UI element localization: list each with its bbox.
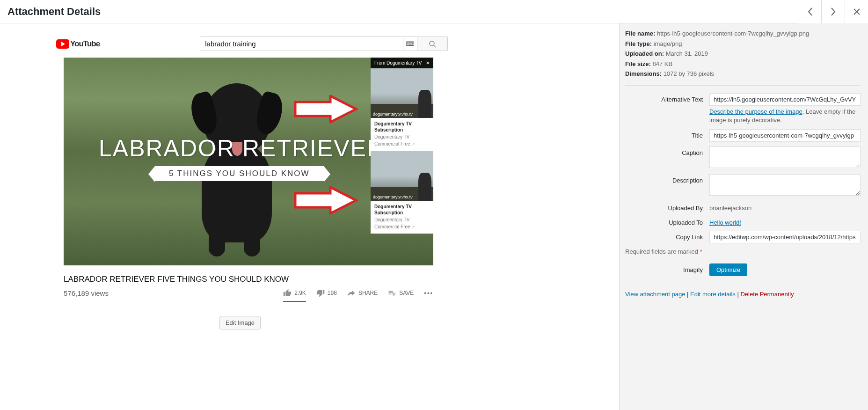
meta-filename: https-lh5-googleusercontent-com-7wcgqlhy… — [657, 30, 809, 37]
view-attachment-link[interactable]: View attachment page — [625, 291, 685, 298]
cards-from: From Dogumentary TV — [374, 60, 422, 66]
prev-button[interactable] — [798, 0, 821, 23]
copy-link-label: Copy Link — [625, 231, 709, 241]
edit-image-button[interactable]: Edit Image — [219, 316, 261, 329]
imagify-label: Imagify — [625, 264, 709, 273]
caption-label: Caption — [625, 146, 709, 156]
uploaded-to-label: Uploaded To — [625, 216, 709, 226]
youtube-logo: YouTube — [56, 39, 100, 49]
edit-details-link[interactable]: Edit more details — [690, 291, 736, 298]
uploaded-by-value: brianleejackson — [709, 202, 861, 212]
video-title: LABRADOR RETRIEVER FIVE THINGS YOU SHOUL… — [64, 275, 433, 284]
view-count: 576,189 views — [64, 289, 109, 297]
arrow-icon — [293, 186, 358, 214]
title-input[interactable] — [709, 129, 861, 142]
attachment-preview: YouTube ⌨ — [0, 23, 619, 410]
meta-uploaded-on: March 31, 2019 — [666, 50, 708, 57]
optimize-button[interactable]: Optimize — [709, 264, 747, 276]
thumbnail-ribbon: 5 THINGS YOU SHOULD KNOW — [155, 166, 324, 181]
delete-link[interactable]: Delete Permanently — [740, 291, 794, 298]
chevron-right-icon — [831, 7, 836, 16]
uploaded-to-link[interactable]: Hello world! — [709, 219, 741, 226]
external-icon: ↗ — [411, 142, 415, 147]
details-sidebar: ➤ File name: https-lh5-googleusercontent… — [619, 23, 868, 410]
meta-filesize: 847 KB — [653, 60, 673, 67]
yt-search-input — [200, 37, 403, 51]
action-links: View attachment page | Edit more details… — [625, 291, 861, 298]
meta-dimensions: 1072 by 736 pixels — [664, 70, 714, 77]
meta-filetype: image/png — [654, 40, 682, 47]
keyboard-icon: ⌨ — [403, 37, 417, 51]
modal-title: Attachment Details — [7, 6, 101, 18]
thumbnail-title: LABRADOR RETRIEVER — [99, 135, 385, 162]
external-icon: ↗ — [411, 225, 415, 230]
save-button-yt: SAVE — [388, 289, 414, 297]
copy-link-input[interactable] — [709, 231, 861, 243]
description-label: Description — [625, 174, 709, 184]
caption-input[interactable] — [709, 146, 861, 168]
description-input[interactable] — [709, 174, 861, 196]
chevron-left-icon — [807, 7, 813, 16]
video-thumbnail: LABRADOR RETRIEVER 5 THINGS YOU SHOULD K… — [64, 58, 433, 265]
share-button: SHARE — [347, 289, 378, 297]
share-icon — [347, 289, 356, 297]
dislike-button: 198 — [316, 289, 337, 297]
required-note: Required fields are marked * — [625, 248, 861, 255]
header-nav — [798, 0, 868, 23]
search-icon — [429, 40, 436, 48]
end-cards: From Dogumentary TV ✕ dogumentarytv.vhx.… — [371, 58, 433, 234]
more-icon: ••• — [424, 290, 433, 297]
playlist-add-icon — [388, 289, 396, 297]
modal-header: Attachment Details — [0, 0, 868, 23]
alt-text-label: Alternative Text — [625, 93, 709, 103]
alt-text-input[interactable] — [709, 93, 861, 106]
thumb-down-icon — [316, 289, 325, 297]
close-button[interactable] — [845, 0, 868, 23]
thumb-up-icon — [283, 289, 292, 297]
like-button: 2.9K — [283, 289, 306, 302]
cursor-icon: ➤ — [619, 95, 620, 102]
uploaded-by-label: Uploaded By — [625, 202, 709, 212]
next-button[interactable] — [821, 0, 845, 23]
close-icon — [853, 8, 861, 15]
title-label: Title — [625, 129, 709, 139]
arrow-icon — [293, 95, 358, 123]
alt-help-link[interactable]: Describe the purpose of the image — [709, 108, 802, 115]
yt-search-button — [417, 37, 448, 51]
close-icon: ✕ — [426, 60, 430, 66]
svg-point-0 — [430, 41, 434, 46]
